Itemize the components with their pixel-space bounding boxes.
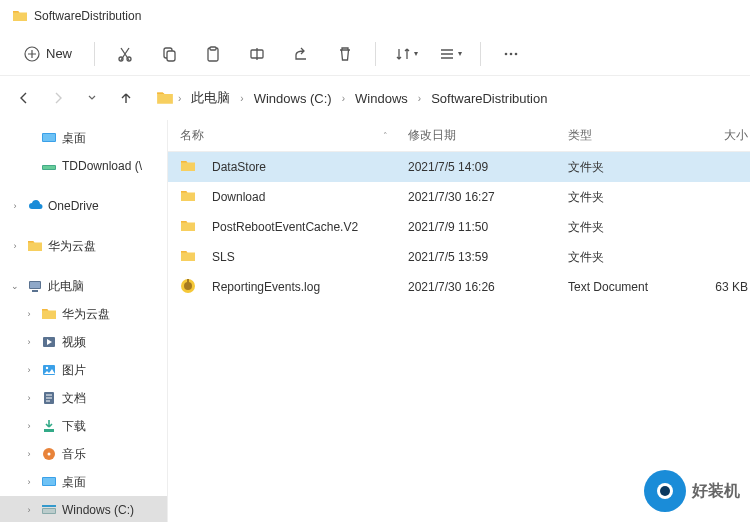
- sidebar-item[interactable]: ›华为云盘: [0, 300, 167, 328]
- folder-icon: [12, 8, 28, 24]
- video-icon: [40, 333, 58, 351]
- recent-dropdown[interactable]: [76, 82, 108, 114]
- breadcrumb-item[interactable]: SoftwareDistribution: [425, 87, 553, 110]
- sidebar[interactable]: 桌面TDDownload (\›OneDrive›华为云盘⌄此电脑›华为云盘›视…: [0, 120, 168, 522]
- sidebar-item-label: Windows (C:): [62, 503, 134, 517]
- separator: [375, 42, 376, 66]
- downloads-icon: [40, 417, 58, 435]
- share-button[interactable]: [281, 36, 321, 72]
- cloud-icon: [26, 197, 44, 215]
- breadcrumb: › 此电脑 › Windows (C:) › Windows › Softwar…: [156, 85, 553, 111]
- file-row[interactable]: DataStore2021/7/5 14:09文件夹: [168, 152, 750, 182]
- breadcrumb-item[interactable]: Windows (C:): [248, 87, 338, 110]
- main: 桌面TDDownload (\›OneDrive›华为云盘⌄此电脑›华为云盘›视…: [0, 120, 750, 522]
- sidebar-item[interactable]: ›华为云盘: [0, 232, 167, 260]
- sidebar-item[interactable]: ›桌面: [0, 468, 167, 496]
- file-name: SLS: [212, 250, 235, 264]
- chevron-icon[interactable]: ›: [22, 505, 36, 515]
- window-title: SoftwareDistribution: [34, 9, 141, 23]
- sidebar-item-label: 华为云盘: [48, 238, 96, 255]
- music-icon: [40, 445, 58, 463]
- chevron-icon[interactable]: ›: [22, 337, 36, 347]
- column-date[interactable]: 修改日期: [408, 127, 568, 144]
- sidebar-item-label: OneDrive: [48, 199, 99, 213]
- separator: [480, 42, 481, 66]
- sidebar-item[interactable]: ›视频: [0, 328, 167, 356]
- file-row[interactable]: PostRebootEventCache.V22021/7/9 11:50文件夹: [168, 212, 750, 242]
- sidebar-item[interactable]: ›图片: [0, 356, 167, 384]
- file-row[interactable]: Download2021/7/30 16:27文件夹: [168, 182, 750, 212]
- chevron-icon[interactable]: ›: [8, 201, 22, 211]
- sidebar-item-label: 华为云盘: [62, 306, 110, 323]
- delete-button[interactable]: [325, 36, 365, 72]
- rename-button[interactable]: [237, 36, 277, 72]
- drive-icon: [40, 501, 58, 519]
- file-name: Download: [212, 190, 265, 204]
- svg-point-10: [515, 52, 518, 55]
- watermark: 好装机: [644, 470, 740, 512]
- chevron-right-icon: ›: [418, 93, 421, 104]
- svg-point-8: [505, 52, 508, 55]
- chevron-icon[interactable]: ⌄: [8, 281, 22, 291]
- file-date: 2021/7/5 14:09: [408, 160, 568, 174]
- file-date: 2021/7/30 16:27: [408, 190, 568, 204]
- paste-button[interactable]: [193, 36, 233, 72]
- svg-rect-12: [43, 134, 55, 141]
- svg-rect-14: [43, 166, 55, 169]
- sidebar-item[interactable]: ›下载: [0, 412, 167, 440]
- svg-rect-29: [42, 505, 56, 507]
- folder-icon: [40, 305, 58, 323]
- title-bar: SoftwareDistribution: [0, 0, 750, 32]
- docs-icon: [40, 389, 58, 407]
- cut-button[interactable]: [105, 36, 145, 72]
- sidebar-item-label: 图片: [62, 362, 86, 379]
- column-size[interactable]: 大小: [688, 127, 748, 144]
- watermark-logo-icon: [644, 470, 686, 512]
- file-row[interactable]: ReportingEvents.log2021/7/30 16:26Text D…: [168, 272, 750, 302]
- svg-rect-16: [30, 282, 40, 288]
- pictures-icon: [40, 361, 58, 379]
- file-type: 文件夹: [568, 159, 688, 176]
- sidebar-item[interactable]: TDDownload (\: [0, 152, 167, 180]
- chevron-icon[interactable]: ›: [22, 449, 36, 459]
- folder-icon: [180, 188, 198, 206]
- file-type: 文件夹: [568, 219, 688, 236]
- desktop-icon: [40, 473, 58, 491]
- svg-rect-4: [167, 51, 175, 61]
- sort-button[interactable]: ▾: [386, 36, 426, 72]
- sidebar-item[interactable]: ›OneDrive: [0, 192, 167, 220]
- column-type[interactable]: 类型: [568, 127, 688, 144]
- sidebar-item[interactable]: ⌄此电脑: [0, 272, 167, 300]
- new-button[interactable]: New: [12, 36, 84, 72]
- chevron-icon[interactable]: ›: [8, 241, 22, 251]
- file-row[interactable]: SLS2021/7/5 13:59文件夹: [168, 242, 750, 272]
- chevron-icon[interactable]: ›: [22, 421, 36, 431]
- back-button[interactable]: [8, 82, 40, 114]
- chevron-icon[interactable]: ›: [22, 365, 36, 375]
- watermark-text: 好装机: [692, 481, 740, 502]
- column-name[interactable]: 名称˄: [168, 127, 408, 144]
- up-button[interactable]: [110, 82, 142, 114]
- sidebar-item[interactable]: 桌面: [0, 124, 167, 152]
- file-date: 2021/7/5 13:59: [408, 250, 568, 264]
- sidebar-item[interactable]: ›音乐: [0, 440, 167, 468]
- sidebar-item[interactable]: ›Windows (C:): [0, 496, 167, 522]
- svg-rect-28: [43, 509, 55, 513]
- folder-icon: [180, 158, 198, 176]
- file-name: ReportingEvents.log: [212, 280, 320, 294]
- forward-button[interactable]: [42, 82, 74, 114]
- copy-button[interactable]: [149, 36, 189, 72]
- plus-icon: [24, 46, 40, 62]
- chevron-icon[interactable]: ›: [22, 309, 36, 319]
- chevron-icon[interactable]: ›: [22, 477, 36, 487]
- chevron-icon[interactable]: ›: [22, 393, 36, 403]
- breadcrumb-item[interactable]: 此电脑: [185, 85, 236, 111]
- more-button[interactable]: [491, 36, 531, 72]
- view-button[interactable]: ▾: [430, 36, 470, 72]
- file-type: 文件夹: [568, 189, 688, 206]
- sidebar-item[interactable]: ›文档: [0, 384, 167, 412]
- breadcrumb-item[interactable]: Windows: [349, 87, 414, 110]
- column-headers: 名称˄ 修改日期 类型 大小: [168, 120, 750, 152]
- file-date: 2021/7/9 11:50: [408, 220, 568, 234]
- chevron-right-icon: ›: [178, 93, 181, 104]
